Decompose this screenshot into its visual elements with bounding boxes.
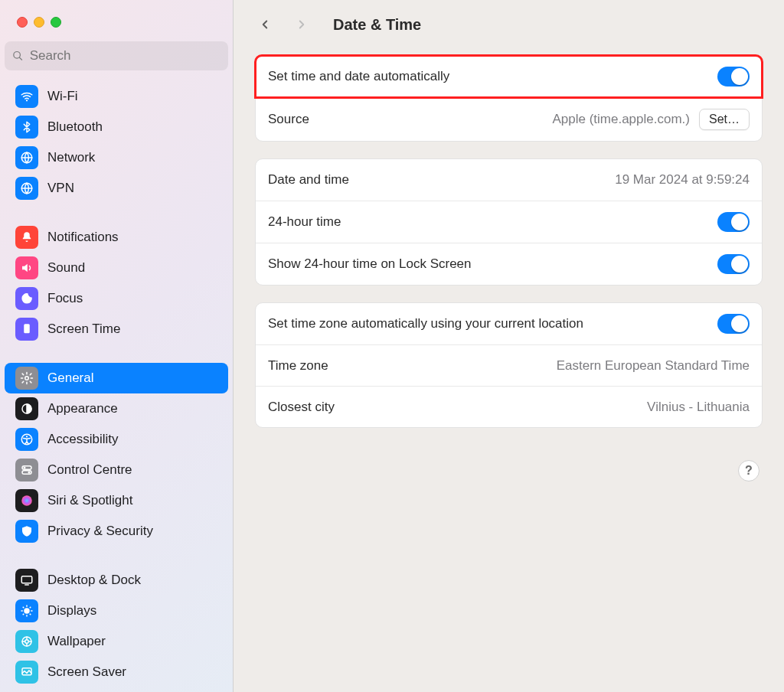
settings-group: Date and time19 Mar 2024 at 9:59:2424-ho… bbox=[255, 158, 763, 286]
accessibility-icon bbox=[15, 428, 38, 451]
svg-rect-17 bbox=[24, 584, 29, 586]
sidebar-item-label: Wallpaper bbox=[47, 634, 106, 649]
svg-point-15 bbox=[21, 495, 32, 506]
sidebar-item-label: General bbox=[47, 370, 93, 386]
content-area: Set time and date automaticallySourceApp… bbox=[234, 49, 784, 445]
chevron-right-icon bbox=[295, 18, 309, 31]
sidebar-item-screentime[interactable]: Screen Time bbox=[5, 314, 228, 344]
svg-point-0 bbox=[14, 51, 21, 58]
forward-button[interactable] bbox=[289, 11, 315, 38]
sidebar-list: Wi-FiBluetoothNetworkVPNNotificationsSou… bbox=[0, 77, 233, 687]
sidebar-item-label: Privacy & Security bbox=[47, 524, 153, 539]
sidebar-item-vpn[interactable]: VPN bbox=[5, 173, 228, 204]
sidebar-item-label: Siri & Spotlight bbox=[47, 493, 133, 508]
back-button[interactable] bbox=[252, 11, 278, 38]
row-label: Show 24-hour time on Lock Screen bbox=[268, 256, 717, 272]
row-label: Set time zone automatically using your c… bbox=[268, 316, 717, 331]
settings-row: SourceApple (time.apple.com.)Set… bbox=[256, 97, 762, 141]
siri-icon bbox=[15, 489, 38, 512]
toggle-switch[interactable] bbox=[717, 212, 750, 232]
minimize-window-button[interactable] bbox=[34, 17, 44, 28]
row-label: Date and time bbox=[268, 172, 615, 188]
search-field[interactable] bbox=[5, 41, 228, 70]
settings-group: Set time and date automaticallySourceApp… bbox=[255, 55, 763, 142]
sidebar-item-sound[interactable]: Sound bbox=[5, 253, 228, 283]
sidebar-item-label: Desktop & Dock bbox=[47, 573, 141, 588]
sidebar-item-label: Sound bbox=[47, 260, 85, 276]
row-label: Time zone bbox=[268, 358, 557, 374]
sidebar-item-label: Notifications bbox=[47, 230, 119, 245]
controlcentre-icon bbox=[15, 459, 38, 481]
row-value: 19 Mar 2024 at 9:59:24 bbox=[615, 172, 750, 188]
desktop-icon bbox=[15, 569, 38, 592]
sidebar-item-general[interactable]: General bbox=[5, 363, 228, 393]
sidebar-item-label: Displays bbox=[47, 603, 96, 619]
appearance-icon bbox=[15, 397, 38, 420]
sidebar: Wi-FiBluetoothNetworkVPNNotificationsSou… bbox=[0, 0, 234, 692]
sound-icon bbox=[15, 256, 38, 279]
row-label: Closest city bbox=[268, 400, 647, 415]
header: Date & Time bbox=[234, 0, 784, 49]
fullscreen-window-button[interactable] bbox=[51, 17, 61, 28]
svg-point-20 bbox=[25, 640, 29, 644]
settings-row: 24-hour time bbox=[256, 201, 762, 243]
svg-point-2 bbox=[26, 100, 28, 101]
search-input[interactable] bbox=[30, 48, 220, 64]
sidebar-item-wifi[interactable]: Wi-Fi bbox=[5, 81, 228, 112]
main-panel: Date & Time Set time and date automatica… bbox=[234, 0, 784, 692]
settings-row: Date and time19 Mar 2024 at 9:59:24 bbox=[256, 159, 762, 201]
notifications-icon bbox=[15, 226, 38, 249]
sidebar-item-network[interactable]: Network bbox=[5, 142, 228, 173]
sidebar-item-accessibility[interactable]: Accessibility bbox=[5, 424, 228, 455]
close-window-button[interactable] bbox=[17, 17, 28, 28]
svg-point-18 bbox=[24, 608, 30, 614]
sidebar-item-controlcentre[interactable]: Control Centre bbox=[5, 455, 228, 485]
sidebar-item-desktop[interactable]: Desktop & Dock bbox=[5, 565, 228, 596]
sidebar-item-siri[interactable]: Siri & Spotlight bbox=[5, 485, 228, 516]
window-controls bbox=[0, 0, 233, 41]
row-value: Eastern European Standard Time bbox=[557, 358, 750, 374]
focus-icon bbox=[15, 287, 38, 310]
sidebar-item-label: Wi-Fi bbox=[47, 89, 78, 104]
row-label: 24-hour time bbox=[268, 214, 717, 230]
sidebar-item-displays[interactable]: Displays bbox=[5, 596, 228, 626]
sidebar-item-label: Focus bbox=[47, 291, 83, 306]
sidebar-item-privacy[interactable]: stroke="#fff" stroke-width="1" fill="non… bbox=[5, 516, 228, 547]
row-value: Vilnius - Lithuania bbox=[647, 400, 750, 415]
displays-icon bbox=[15, 599, 38, 622]
settings-row: Closest cityVilnius - Lithuania bbox=[256, 386, 762, 427]
sidebar-item-wallpaper[interactable]: Wallpaper bbox=[5, 626, 228, 657]
row-label: Source bbox=[268, 112, 552, 127]
toggle-switch[interactable] bbox=[717, 314, 750, 334]
system-settings-window: Wi-FiBluetoothNetworkVPNNotificationsSou… bbox=[0, 0, 784, 692]
sidebar-item-bluetooth[interactable]: Bluetooth bbox=[5, 112, 228, 142]
toggle-switch[interactable] bbox=[717, 67, 750, 86]
vpn-icon bbox=[15, 177, 38, 200]
settings-group: Set time zone automatically using your c… bbox=[255, 302, 763, 428]
svg-point-14 bbox=[28, 472, 31, 474]
row-value: Apple (time.apple.com.) bbox=[552, 112, 690, 127]
wallpaper-icon bbox=[15, 630, 38, 653]
sidebar-item-label: VPN bbox=[47, 181, 74, 196]
svg-rect-16 bbox=[21, 576, 32, 583]
sidebar-item-notifications[interactable]: Notifications bbox=[5, 222, 228, 253]
svg-point-7 bbox=[25, 377, 29, 380]
sidebar-item-label: Control Centre bbox=[47, 462, 132, 478]
sidebar-item-screensaver[interactable]: Screen Saver bbox=[5, 657, 228, 687]
settings-row: Set time and date automatically bbox=[256, 56, 762, 97]
toggle-switch[interactable] bbox=[717, 254, 750, 274]
sidebar-item-appearance[interactable]: Appearance bbox=[5, 393, 228, 424]
row-label: Set time and date automatically bbox=[268, 69, 717, 84]
set-button[interactable]: Set… bbox=[699, 109, 750, 130]
sidebar-item-focus[interactable]: Focus bbox=[5, 283, 228, 314]
wifi-icon bbox=[15, 85, 38, 108]
help-button[interactable]: ? bbox=[738, 460, 760, 481]
sidebar-item-label: Screen Time bbox=[47, 322, 120, 337]
page-title: Date & Time bbox=[333, 16, 421, 34]
sidebar-item-label: Screen Saver bbox=[47, 664, 126, 680]
bluetooth-icon bbox=[15, 116, 38, 139]
privacy-icon: stroke="#fff" stroke-width="1" fill="non… bbox=[15, 520, 38, 543]
svg-point-13 bbox=[24, 467, 26, 469]
sidebar-item-label: Accessibility bbox=[47, 432, 119, 447]
settings-row: Set time zone automatically using your c… bbox=[256, 303, 762, 344]
